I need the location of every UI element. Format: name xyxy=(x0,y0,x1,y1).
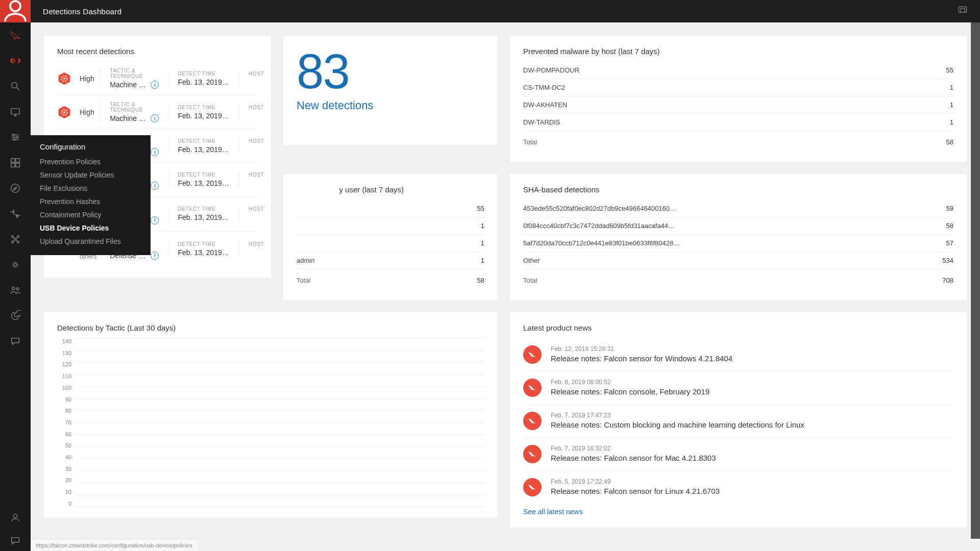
nav-investigate-icon[interactable] xyxy=(0,73,31,99)
table-row[interactable]: 0f084ccc40cbf7c3c7472ddad609b5fd31aacafa… xyxy=(523,217,953,234)
svg-rect-23 xyxy=(961,9,965,13)
nav-chat-icon[interactable] xyxy=(0,329,31,354)
status-bar: https://falcon.crowdstrike.com/configura… xyxy=(31,539,198,551)
brand-falcon-icon[interactable] xyxy=(0,22,31,48)
nav-account[interactable] xyxy=(0,0,31,22)
news-item[interactable]: Feb. 5, 2019 17:22:49Release notes: Falc… xyxy=(523,471,953,504)
scrollbar-track[interactable] xyxy=(971,22,980,539)
svg-point-26 xyxy=(63,78,65,80)
svg-rect-6 xyxy=(11,159,15,162)
svg-rect-8 xyxy=(11,163,15,167)
svg-point-18 xyxy=(14,263,17,266)
main-area: Detections Dashboard 83 New detections P… xyxy=(31,0,980,551)
news-bullet-icon xyxy=(523,478,542,496)
submenu-item[interactable]: Prevention Hashes xyxy=(31,195,151,208)
info-icon[interactable]: i xyxy=(151,182,159,190)
chart-bars xyxy=(76,338,484,507)
nav-rail xyxy=(0,0,31,551)
table-row[interactable]: Other534 xyxy=(523,252,953,269)
metric-label: New detections xyxy=(297,99,484,112)
status-url: https://falcon.crowdstrike.com/configura… xyxy=(36,542,192,548)
table-total: Total708 xyxy=(523,269,953,289)
nav-discover-icon[interactable] xyxy=(0,176,31,201)
latest-news-card: Latest product news Feb. 12, 2019 15:26:… xyxy=(510,312,967,528)
config-submenu: Configuration Prevention PoliciesSensor … xyxy=(31,135,151,255)
target-icon xyxy=(57,105,71,119)
nav-users-icon[interactable] xyxy=(0,278,31,303)
info-icon[interactable]: i xyxy=(151,252,159,260)
card-title: Latest product news xyxy=(523,323,953,332)
nav-dashboards-icon[interactable] xyxy=(0,150,31,176)
submenu-item[interactable]: Prevention Policies xyxy=(31,155,151,168)
info-icon[interactable]: i xyxy=(151,216,159,224)
svg-point-4 xyxy=(16,136,18,138)
submenu-item[interactable]: Containment Policy xyxy=(31,208,151,221)
submenu-item[interactable]: Upload Quarantined Files xyxy=(31,235,151,248)
table-row[interactable]: DW-AKHATEN1 xyxy=(523,96,953,113)
detection-row[interactable]: High TACTIC & TECHNIQUEMachine Learning … xyxy=(57,62,258,95)
svg-rect-2 xyxy=(11,109,20,114)
svg-point-20 xyxy=(16,288,19,290)
news-item[interactable]: Feb. 12, 2019 15:26:31Release notes: Fal… xyxy=(523,338,953,371)
card-title: Prevented malware by host (last 7 days) xyxy=(523,47,953,56)
table-row[interactable]: 453ede55c520faf0ec802d27db9ce49664640016… xyxy=(523,200,953,217)
nav-falconx-icon[interactable] xyxy=(0,252,31,278)
nav-hosts-icon[interactable] xyxy=(0,99,31,124)
news-item[interactable]: Feb. 7, 2019 16:32:02Release notes: Falc… xyxy=(523,438,953,471)
table-row[interactable]: CS-TMM-DC21 xyxy=(523,79,953,96)
card-title: Most recent detections xyxy=(57,47,258,56)
new-detections-card[interactable]: 83 New detections xyxy=(283,36,498,145)
svg-point-29 xyxy=(63,111,65,113)
submenu-item[interactable]: File Exclusions xyxy=(31,182,151,195)
by-user-card: Detections by user (last 7 days) 5511adm… xyxy=(283,174,498,300)
svg-point-3 xyxy=(13,134,15,136)
table-row[interactable]: DW-TARDIS1 xyxy=(523,113,953,131)
svg-rect-9 xyxy=(16,163,19,167)
submenu-item[interactable]: Sensor Update Policies xyxy=(31,168,151,182)
table-total: Total58 xyxy=(297,269,484,289)
info-icon[interactable]: i xyxy=(151,81,159,89)
nav-profile-icon[interactable] xyxy=(0,505,31,531)
nav-support-icon[interactable] xyxy=(0,531,31,551)
table-row[interactable]: 1 xyxy=(297,234,484,252)
detections-by-tactic-card: Detections by Tactic (Last 30 days) 1401… xyxy=(44,312,498,518)
info-icon[interactable]: i xyxy=(151,148,159,156)
target-icon xyxy=(57,71,71,86)
svg-rect-7 xyxy=(16,159,19,162)
submenu-item[interactable]: USB Device Policies xyxy=(31,221,151,235)
news-bullet-icon xyxy=(523,379,542,397)
by-sha-card: SHA-based detections 453ede55c520faf0ec8… xyxy=(510,174,967,300)
table-row[interactable]: admin1 xyxy=(297,252,484,269)
table-row[interactable]: 55 xyxy=(297,200,484,217)
table-row[interactable]: DW-POMPADOUR55 xyxy=(523,62,953,79)
table-row[interactable]: 5af7d20da70ccb712c0e441e83f01be0633f6f80… xyxy=(523,234,953,252)
page-title: Detections Dashboard xyxy=(43,7,121,16)
cast-icon[interactable] xyxy=(958,5,968,17)
news-bullet-icon xyxy=(523,412,542,430)
info-icon[interactable]: i xyxy=(151,114,159,122)
card-title: Detections by user (last 7 days) xyxy=(297,185,484,194)
topbar: Detections Dashboard xyxy=(31,0,980,22)
svg-point-10 xyxy=(11,184,20,193)
nav-graph-icon[interactable] xyxy=(0,227,31,252)
table-total: Total58 xyxy=(523,131,953,151)
card-title: SHA-based detections xyxy=(523,185,953,194)
nav-activity-icon[interactable] xyxy=(0,48,31,73)
submenu-title: Configuration xyxy=(31,142,151,155)
svg-point-19 xyxy=(12,287,15,290)
nav-spiral-icon[interactable] xyxy=(0,303,31,329)
news-item[interactable]: Feb. 8, 2019 06:00:52Release notes: Falc… xyxy=(523,371,953,405)
news-item[interactable]: Feb. 7, 2019 17:47:23Release notes: Cust… xyxy=(523,405,953,438)
svg-point-0 xyxy=(10,1,20,11)
prevented-malware-card: Prevented malware by host (last 7 days) … xyxy=(510,36,967,162)
metric-value: 83 xyxy=(297,47,484,96)
svg-point-5 xyxy=(13,139,15,141)
svg-point-1 xyxy=(12,83,17,88)
chart-y-axis: 1401301201101009080706050403020100 xyxy=(57,338,76,507)
see-all-news-link[interactable]: See all latest news xyxy=(523,508,583,516)
news-bullet-icon xyxy=(523,345,542,364)
nav-intel-icon[interactable] xyxy=(0,201,31,227)
detection-row[interactable]: High TACTIC & TECHNIQUEMachine Learning … xyxy=(57,95,258,129)
nav-configuration-icon[interactable] xyxy=(0,124,31,150)
table-row[interactable]: 1 xyxy=(297,217,484,234)
